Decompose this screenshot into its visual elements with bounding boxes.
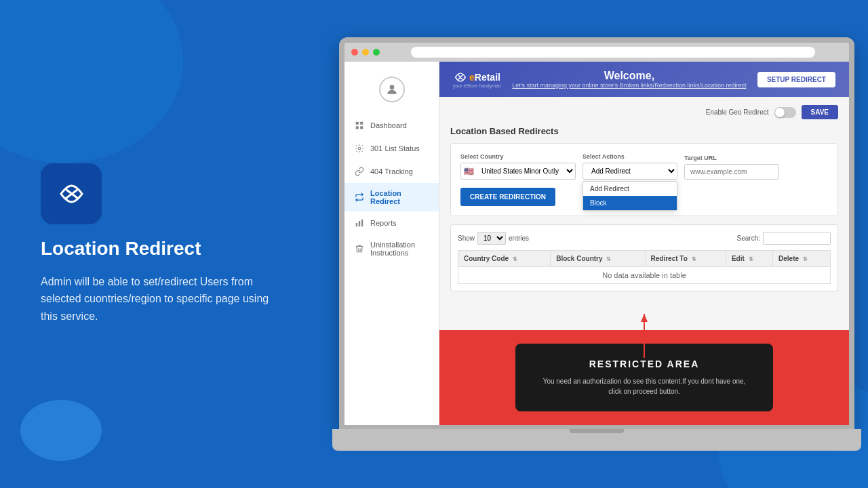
sort-arrows-edit: ⇅ — [749, 256, 753, 262]
app-container: Dashboard 301 List Status — [344, 62, 849, 425]
left-panel-description: Admin will be able to set/redirect Users… — [41, 273, 271, 325]
avatar[interactable] — [379, 77, 405, 102]
no-data-cell: No data available in table — [458, 267, 831, 284]
country-flag: 🇺🇸 — [464, 167, 474, 176]
svg-point-0 — [389, 85, 394, 89]
browser-url-bar[interactable] — [411, 47, 815, 58]
table-section: Show 10 entries Search: — [450, 224, 838, 291]
dropdown-block[interactable]: Block — [583, 196, 677, 210]
geo-redirect-toggle[interactable] — [774, 107, 796, 118]
table-header-row: Country Code ⇅ Block Country ⇅ Redirect … — [458, 251, 831, 267]
browser-chrome — [344, 43, 849, 62]
swap-icon — [354, 192, 365, 203]
col-block-country[interactable]: Block Country ⇅ — [551, 251, 645, 267]
svg-point-5 — [358, 147, 361, 150]
actions-dropdown: Add Redirect Block — [583, 181, 677, 211]
header-subtitle: Let's start managing your online store's… — [512, 82, 746, 89]
redirect-form: Select Country 🇺🇸 United States Minor Ou… — [450, 143, 838, 216]
actions-form-group: Select Actions Add Redirect Block Add Re… — [583, 153, 677, 180]
laptop-base — [332, 429, 861, 451]
settings-icon — [354, 143, 365, 154]
sidebar-item-uninstallation-instructions[interactable]: Uninstallation Instructions — [344, 235, 439, 263]
geo-redirect-label: Enable Geo Redirect — [706, 108, 769, 116]
show-entries: Show 10 entries — [458, 232, 529, 245]
svg-marker-10 — [641, 314, 648, 322]
col-redirect-to[interactable]: Redirect To ⇅ — [645, 251, 726, 267]
browser-close-dot — [351, 49, 358, 56]
logo-sub: your eStore handyman — [453, 83, 501, 88]
actions-select[interactable]: Add Redirect Block — [583, 163, 677, 180]
chart-icon — [354, 218, 365, 228]
create-redirection-button[interactable]: CREATE REDIRECTION — [460, 188, 555, 206]
col-country-code[interactable]: Country Code ⇅ — [458, 251, 551, 267]
form-row: Select Country 🇺🇸 United States Minor Ou… — [460, 153, 828, 180]
svg-rect-8 — [361, 220, 363, 227]
col-delete[interactable]: Delete ⇅ — [773, 251, 831, 267]
table-controls: Show 10 entries Search: — [458, 232, 831, 245]
sidebar-item-location-redirect[interactable]: Location Redirect — [344, 183, 439, 211]
country-select-wrapper: 🇺🇸 United States Minor Outlying Islands — [460, 163, 576, 180]
entries-label: entries — [509, 235, 529, 242]
browser-maximize-dot — [373, 49, 380, 56]
sidebar-user — [344, 68, 439, 110]
sort-arrows-block-country: ⇅ — [606, 256, 611, 262]
toggle-knob — [775, 108, 785, 117]
show-label: Show — [458, 235, 475, 242]
left-panel: Location Redirect Admin will be able to … — [27, 0, 285, 488]
sidebar-item-label: Reports — [370, 219, 397, 227]
target-url-form-group: Target URL — [684, 155, 779, 180]
sort-arrows-country-code: ⇅ — [513, 256, 517, 262]
col-edit[interactable]: Edit ⇅ — [726, 251, 772, 267]
main-content: eRetail your eStore handyman Welcome, Le… — [439, 62, 849, 425]
header-banner: eRetail your eStore handyman Welcome, Le… — [439, 62, 849, 97]
svg-rect-4 — [360, 126, 363, 129]
target-url-input[interactable] — [684, 164, 779, 180]
left-panel-title: Location Redirect — [41, 238, 271, 260]
save-button[interactable]: SAVE — [802, 105, 839, 119]
sidebar-item-reports[interactable]: Reports — [344, 211, 439, 235]
country-label: Select Country — [460, 153, 576, 160]
sidebar-item-label: 404 Tracking — [370, 167, 413, 176]
sidebar-item-dashboard[interactable]: Dashboard — [344, 114, 439, 137]
geo-redirect-bar: Enable Geo Redirect SAVE — [450, 105, 838, 119]
sidebar-item-301-list-status[interactable]: 301 List Status — [344, 137, 439, 160]
svg-rect-1 — [356, 122, 359, 125]
red-arrow — [637, 314, 651, 368]
dropdown-add-redirect[interactable]: Add Redirect — [583, 182, 677, 196]
feature-logo-icon — [41, 163, 102, 224]
sidebar: Dashboard 301 List Status — [344, 62, 439, 425]
sort-arrows-delete: ⇅ — [803, 256, 808, 262]
actions-label: Select Actions — [583, 153, 677, 160]
laptop-screen: Dashboard 301 List Status — [339, 37, 854, 430]
svg-rect-7 — [359, 221, 360, 226]
sidebar-item-label: Uninstallation Instructions — [370, 241, 429, 257]
search-box: Search: — [737, 232, 831, 245]
header-logo: eRetail your eStore handyman — [453, 71, 501, 88]
target-url-label: Target URL — [684, 155, 779, 161]
svg-rect-6 — [356, 223, 357, 226]
trash-icon — [354, 243, 365, 254]
grid-icon — [354, 120, 365, 131]
entries-count-select[interactable]: 10 — [477, 232, 506, 245]
table-row: No data available in table — [458, 267, 831, 284]
setup-redirect-button[interactable]: SETUP REDIRECT — [757, 72, 835, 87]
section-title: Location Based Redirects — [450, 126, 838, 136]
sidebar-item-label: 301 List Status — [370, 144, 420, 152]
search-input[interactable] — [763, 232, 831, 245]
welcome-heading: Welcome, — [512, 70, 746, 82]
content-area: Enable Geo Redirect SAVE Location Based … — [439, 97, 849, 425]
sidebar-item-label: Dashboard — [370, 121, 407, 129]
sidebar-item-404-tracking[interactable]: 404 Tracking — [344, 160, 439, 183]
browser-minimize-dot — [362, 49, 369, 56]
restricted-text: You need an authorization do see this co… — [536, 376, 753, 396]
svg-rect-3 — [356, 126, 359, 129]
sort-arrows-redirect-to: ⇅ — [692, 256, 696, 262]
laptop-mockup: Dashboard 301 List Status — [332, 37, 861, 458]
search-label: Search: — [737, 235, 760, 242]
country-select[interactable]: United States Minor Outlying Islands — [460, 163, 576, 180]
link-icon — [354, 166, 365, 177]
svg-rect-2 — [360, 122, 363, 125]
country-form-group: Select Country 🇺🇸 United States Minor Ou… — [460, 153, 576, 180]
sidebar-item-label: Location Redirect — [370, 189, 429, 205]
header-center: Welcome, Let's start managing your onlin… — [512, 70, 746, 89]
